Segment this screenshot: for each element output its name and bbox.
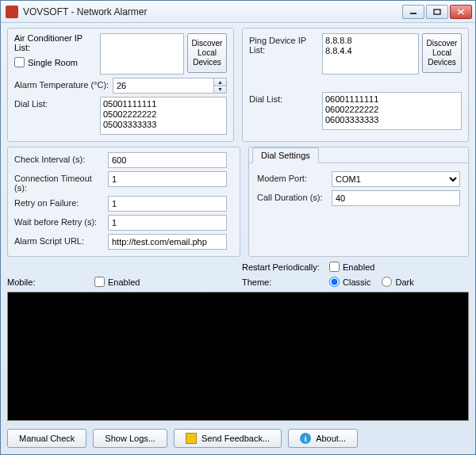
options-row: Restart Periodically: Enabled bbox=[7, 262, 469, 272]
modem-port-select[interactable]: COM1 bbox=[332, 171, 460, 187]
mobile-enabled-label: Enabled bbox=[108, 277, 140, 287]
single-room-label: Single Room bbox=[28, 58, 78, 67]
show-logs-button[interactable]: Show Logs... bbox=[93, 429, 167, 448]
theme-classic-label: Classic bbox=[343, 277, 370, 287]
send-feedback-button[interactable]: Send Feedback... bbox=[174, 429, 282, 448]
feedback-icon bbox=[186, 433, 197, 444]
single-room-checkbox[interactable]: Single Room bbox=[14, 57, 97, 67]
maximize-button[interactable] bbox=[426, 5, 448, 19]
send-feedback-label: Send Feedback... bbox=[202, 434, 270, 443]
restart-enabled-checkbox[interactable]: Enabled bbox=[329, 262, 374, 272]
dial-list-label-right: Dial List: bbox=[249, 92, 319, 104]
retry-input[interactable] bbox=[108, 196, 227, 212]
wait-retry-input[interactable] bbox=[108, 215, 227, 231]
about-label: About... bbox=[316, 434, 346, 443]
ac-ip-textarea[interactable] bbox=[100, 33, 184, 75]
theme-classic-radio[interactable]: Classic bbox=[329, 277, 370, 287]
conn-timeout-input[interactable] bbox=[108, 171, 227, 187]
info-icon: i bbox=[300, 433, 311, 444]
call-duration-label: Call Duration (s): bbox=[257, 190, 328, 202]
mobile-enabled-input[interactable] bbox=[94, 277, 105, 287]
conn-timeout-label: Connection Timeout (s): bbox=[14, 171, 105, 193]
restart-enabled-label: Enabled bbox=[343, 262, 374, 272]
app-icon bbox=[6, 6, 18, 18]
minimize-button[interactable] bbox=[402, 5, 424, 19]
call-duration-input[interactable] bbox=[332, 190, 460, 206]
restart-label: Restart Periodically: bbox=[242, 262, 329, 272]
wait-retry-label: Wait before Retry (s): bbox=[14, 215, 105, 227]
dial-settings-tabset: Dial Settings Modem Port: COM1 Call Dura… bbox=[248, 147, 469, 257]
mobile-label: Mobile: bbox=[7, 277, 94, 287]
options-row-2: Mobile: Enabled Theme: Classic Dark bbox=[7, 277, 469, 287]
show-logs-label: Show Logs... bbox=[105, 434, 155, 443]
minimize-icon bbox=[409, 9, 417, 15]
ping-ip-label: Ping Device IP List: bbox=[249, 33, 319, 55]
settings-panel: Check Interval (s): Connection Timeout (… bbox=[7, 147, 240, 257]
dial-list-right-textarea[interactable]: 06001111111 06002222222 06003333333 bbox=[322, 92, 462, 130]
check-interval-label: Check Interval (s): bbox=[14, 152, 105, 164]
discover-local-ping-button[interactable]: Discover Local Devices bbox=[422, 33, 462, 73]
theme-classic-input[interactable] bbox=[329, 277, 340, 287]
titlebar: VOVSOFT - Network Alarmer bbox=[1, 1, 475, 23]
spin-up-icon[interactable]: ▲ bbox=[213, 78, 226, 86]
mobile-enabled-checkbox[interactable]: Enabled bbox=[94, 277, 140, 287]
modem-port-label: Modem Port: bbox=[257, 171, 328, 183]
alarm-temp-label: Alarm Temperature (°C): bbox=[14, 78, 109, 90]
manual-check-button[interactable]: Manual Check bbox=[7, 429, 86, 448]
ac-ip-label: Air Conditioner IP List: bbox=[14, 33, 97, 52]
dial-list-left-textarea[interactable]: 05001111111 05002222222 05003333333 bbox=[100, 97, 227, 135]
single-room-input[interactable] bbox=[14, 57, 25, 67]
theme-label: Theme: bbox=[242, 277, 329, 287]
about-button[interactable]: i About... bbox=[288, 429, 358, 448]
alarm-temp-spinner[interactable]: ▲ ▼ bbox=[213, 78, 226, 93]
app-window: VOVSOFT - Network Alarmer Air Conditione… bbox=[0, 0, 476, 455]
ac-panel: Air Conditioner IP List: Single Room Dis… bbox=[7, 28, 234, 142]
retry-label: Retry on Failure: bbox=[14, 196, 105, 208]
theme-dark-label: Dark bbox=[395, 277, 413, 287]
close-button[interactable] bbox=[450, 5, 472, 19]
dial-list-label-left: Dial List: bbox=[14, 97, 97, 109]
discover-local-ac-button[interactable]: Discover Local Devices bbox=[187, 33, 227, 73]
check-interval-input[interactable] bbox=[108, 152, 227, 168]
ping-ip-textarea[interactable]: 8.8.8.8 8.8.4.4 bbox=[322, 33, 419, 75]
manual-check-label: Manual Check bbox=[19, 434, 75, 443]
script-url-input[interactable] bbox=[108, 234, 227, 250]
ping-panel: Ping Device IP List: 8.8.8.8 8.8.4.4 Dis… bbox=[242, 28, 469, 142]
tab-dial-settings[interactable]: Dial Settings bbox=[252, 147, 319, 163]
maximize-icon bbox=[433, 9, 441, 15]
spin-down-icon[interactable]: ▼ bbox=[213, 86, 226, 94]
restart-enabled-input[interactable] bbox=[329, 262, 340, 272]
close-icon bbox=[457, 9, 465, 15]
theme-dark-input[interactable] bbox=[382, 277, 392, 287]
window-title: VOVSOFT - Network Alarmer bbox=[23, 6, 402, 17]
alarm-temp-input[interactable] bbox=[113, 78, 227, 94]
theme-dark-radio[interactable]: Dark bbox=[382, 277, 413, 287]
log-console[interactable] bbox=[7, 292, 469, 421]
button-bar: Manual Check Show Logs... Send Feedback.… bbox=[7, 426, 469, 448]
script-url-label: Alarm Script URL: bbox=[14, 234, 105, 246]
svg-rect-1 bbox=[434, 10, 440, 14]
